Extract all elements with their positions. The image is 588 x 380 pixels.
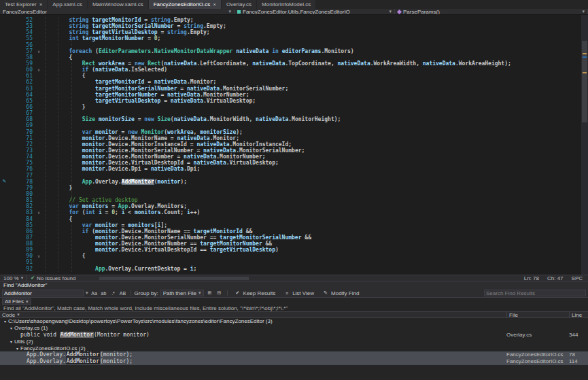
tab-fancyzoneseditorio-cs[interactable]: FancyZonesEditorIO.cs×	[149, 0, 221, 9]
code-line-56[interactable]: 56	[0, 42, 581, 48]
keep-results-button[interactable]: ✔ Keep Results	[231, 290, 279, 296]
code-line-63[interactable]: 63 targetMonitorSerialNumber = nativeDat…	[0, 86, 581, 92]
whole-word-icon[interactable]: ab	[100, 290, 108, 296]
code-line-62[interactable]: 62 targetMonitorId = nativeData.Monitor;	[0, 79, 581, 85]
expander-icon[interactable]: ▾	[8, 326, 14, 330]
tab-overlay-cs[interactable]: Overlay.cs	[222, 0, 256, 9]
code-line-91[interactable]: 91	[0, 259, 581, 265]
code-line-88[interactable]: 88 monitor.Device.MonitorNumber == targe…	[0, 241, 581, 247]
code-line-69[interactable]: 69	[0, 122, 581, 128]
tab-mainwindow-xaml-cs[interactable]: MainWindow.xaml.cs	[88, 0, 148, 9]
file-column-header[interactable]: File	[506, 312, 569, 318]
fold-chevron-icon[interactable]: ∨	[35, 67, 43, 73]
code-line-90[interactable]: 90∨ {	[0, 253, 581, 259]
fold-chevron-icon[interactable]: ∨	[35, 253, 43, 259]
regex-icon[interactable]: .*	[109, 290, 118, 296]
code-line-60[interactable]: 60∨ if (nativeData.IsSelected)	[0, 67, 581, 73]
collapse-all-icon[interactable]: ⊟	[215, 290, 224, 296]
code-line-74[interactable]: 74 monitor.Device.MonitorNumber = native…	[0, 154, 581, 160]
code-line-58[interactable]: 58 {	[0, 54, 581, 61]
group-by-dropdown[interactable]: Path then File ▾	[160, 290, 204, 296]
line-number: 71	[9, 135, 35, 141]
code-line-86[interactable]: 86 if (monitor.Device.MonitorName == tar…	[0, 228, 581, 235]
list-view-button[interactable]: ≡ List View	[280, 290, 317, 296]
tab-monitorinfomodel-cs[interactable]: MonitorInfoModel.cs	[257, 0, 315, 9]
code-line-81[interactable]: 81 // Set active desktop	[0, 197, 581, 203]
code-text: Size monitorSize = new Size(nativeData.M…	[43, 116, 341, 122]
find-result-match-row[interactable]: App.Overlay.AddMonitor(monitor);FancyZon…	[0, 358, 588, 365]
code-editor[interactable]: 52 string targetMonitorId = string.Empty…	[0, 15, 588, 275]
type-dropdown[interactable]: FancyZonesEditor.Utils.FancyZonesEditorI…	[235, 9, 395, 14]
code-line-53[interactable]: 53 string targetMonitorSerialNumber = st…	[0, 23, 581, 29]
code-line-84[interactable]: 84 {	[0, 216, 581, 222]
horizontal-scrollbar[interactable]	[79, 275, 523, 281]
code-line-80[interactable]: 80	[0, 191, 581, 197]
scrollbar-thumb[interactable]	[99, 277, 249, 280]
find-query-input[interactable]	[2, 290, 84, 296]
close-icon[interactable]: ×	[39, 2, 43, 7]
list-view-icon: ≡	[283, 290, 291, 296]
fold-chevron-icon[interactable]: ∨	[35, 209, 43, 215]
code-line-72[interactable]: 72 monitor.Device.MonitorInstanceId = na…	[0, 141, 581, 148]
modify-find-button[interactable]: ✎ Modify Find	[319, 290, 362, 296]
code-line-55[interactable]: 55 int targetMonitorNumber = 0;	[0, 35, 581, 41]
code-line-87[interactable]: 87 monitor.Device.MonitorSerialNumber ==…	[0, 235, 581, 241]
line-number: 61	[9, 73, 35, 79]
chevron-down-icon[interactable]: ▾	[86, 290, 88, 296]
code-line-83[interactable]: 83∨ for (int i = 0; i < monitors.Count; …	[0, 209, 581, 215]
code-line-73[interactable]: 73 monitor.Device.MonitorSerialNumber = …	[0, 148, 581, 154]
preserve-case-icon[interactable]: AB	[119, 290, 127, 296]
expander-icon[interactable]: ▾	[8, 339, 14, 344]
tab-app-xaml-cs[interactable]: App.xaml.cs	[48, 0, 87, 9]
code-line-66[interactable]: 66 }	[0, 104, 581, 110]
code-line-82[interactable]: 82 var monitors = App.Overlay.Monitors;	[0, 203, 581, 209]
scope-dropdown[interactable]: All Files ▾	[2, 298, 31, 305]
code-line-92[interactable]: 92 App.Overlay.CurrentDesktop = i;	[0, 266, 581, 272]
close-icon[interactable]: ×	[213, 2, 216, 7]
vertical-scrollbar[interactable]	[581, 15, 588, 275]
code-line-65[interactable]: 65 targetVirtualDesktop = nativeData.Vir…	[0, 98, 581, 104]
line-column-header[interactable]: Line	[569, 312, 585, 318]
code-line-67[interactable]: 67	[0, 110, 581, 116]
find-result-match-row[interactable]: public void AddMonitor(Monitor monitor)O…	[0, 332, 588, 339]
code-line-79[interactable]: 79 }	[0, 185, 581, 191]
match-case-icon[interactable]: Aa	[90, 290, 99, 296]
expand-all-icon[interactable]: ⊞	[206, 290, 214, 296]
code-filter-dropdown[interactable]: Code ▾	[2, 312, 20, 318]
code-line-68[interactable]: 68 Size monitorSize = new Size(nativeDat…	[0, 116, 581, 122]
navigation-bar: FancyZonesEditor ▾ FancyZonesEditor.Util…	[0, 9, 588, 15]
member-dropdown[interactable]: ParseParams() ▾	[395, 9, 588, 14]
code-text: monitor.Device.MonitorName = nativeData.…	[43, 135, 239, 141]
code-line-64[interactable]: 64 targetMonitorNumber = nativeData.Moni…	[0, 92, 581, 98]
line-number: 81	[9, 197, 35, 203]
code-line-78[interactable]: ✎78 App.Overlay.AddMonitor(monitor);	[0, 179, 581, 185]
expander-icon[interactable]: ▾	[2, 319, 8, 324]
zoom-dropdown[interactable]: 100 % ▾	[0, 275, 27, 281]
find-result-group-row[interactable]: ▾Utils (2)	[0, 338, 588, 345]
chevron-down-icon: ▾	[26, 299, 29, 305]
code-line-75[interactable]: 75 monitor.Device.VirtualDesktopId = nat…	[0, 160, 581, 166]
code-line-85[interactable]: 85 var monitor = monitors[i];	[0, 222, 581, 228]
scope-value: All Files	[5, 298, 24, 305]
find-result-match-row[interactable]: App.Overlay.AddMonitor(monitor);FancyZon…	[0, 351, 588, 358]
find-result-group-row[interactable]: ▾FancyZonesEditorIO.cs (2)	[0, 345, 588, 351]
chevron-down-icon: ▾	[228, 9, 231, 14]
code-line-76[interactable]: 76 monitor.Device.Dpi = nativeData.Dpi;	[0, 166, 581, 172]
find-result-group-row[interactable]: ▾C:\Users\shaopengwang\Desktop\powertoys…	[0, 318, 588, 325]
code-line-59[interactable]: 59 Rect workArea = new Rect(nativeData.L…	[0, 61, 581, 67]
project-dropdown[interactable]: FancyZonesEditor ▾	[0, 9, 235, 14]
tab-test-explorer[interactable]: Test Explorer×	[0, 0, 47, 9]
code-line-71[interactable]: 71 monitor.Device.MonitorName = nativeDa…	[0, 135, 581, 141]
find-result-group-row[interactable]: ▾Overlay.cs (1)	[0, 325, 588, 332]
fold-chevron-icon[interactable]: ∨	[35, 48, 43, 54]
line-number: 59	[9, 61, 35, 67]
expander-icon[interactable]: ▾	[14, 346, 20, 351]
code-line-52[interactable]: 52 string targetMonitorId = string.Empty…	[0, 17, 581, 23]
code-line-70[interactable]: 70 var monitor = new Monitor(workArea, m…	[0, 129, 581, 135]
code-line-57[interactable]: 57∨ foreach (EditorParameters.NativeMoni…	[0, 48, 581, 54]
search-find-results-input[interactable]	[484, 290, 586, 296]
edit-pencil-icon: ✎	[0, 179, 9, 185]
code-line-89[interactable]: 89 monitor.Device.VirtualDesktopId == ta…	[0, 247, 581, 253]
code-line-77[interactable]: 77	[0, 173, 581, 179]
code-text: string targetMonitorSerialNumber = strin…	[43, 23, 226, 29]
